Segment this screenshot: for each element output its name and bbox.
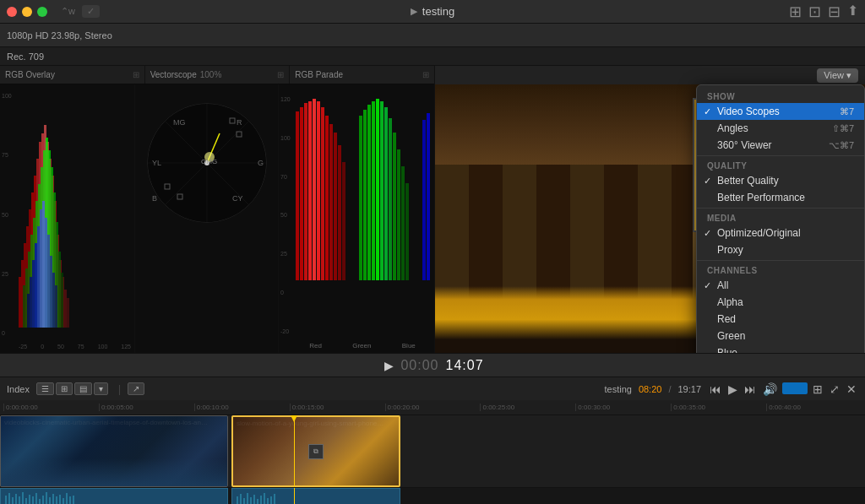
video-track: videoblocks-cinematic-urban-aerial-timel… — [0, 415, 865, 487]
svg-rect-0 — [19, 277, 21, 328]
svg-rect-43 — [45, 218, 47, 328]
preview-header: View ▾ — [435, 66, 865, 84]
timeline-area: videoblocks-cinematic-urban-aerial-timel… — [0, 415, 865, 504]
viewer-360-item[interactable]: 360° Viewer ⌥⌘7 — [697, 137, 864, 154]
blue-item[interactable]: Blue — [697, 344, 864, 353]
view-dropdown-menu: SHOW ✓ Video Scopes ⌘7 Angles ⇧⌘7 360° V… — [696, 84, 865, 353]
grid-icon[interactable]: ⊞ — [789, 3, 802, 21]
proxy-item[interactable]: Proxy — [697, 241, 864, 258]
timeline-nav: ⏮ ▶ ⏭ 🔊 ⊞ ⤢ ✕ — [708, 382, 858, 396]
play-button[interactable]: ▶ — [381, 357, 397, 374]
list-view-button[interactable]: ☰ — [36, 382, 54, 395]
svg-rect-47 — [55, 285, 57, 328]
svg-text:CY: CY — [232, 194, 243, 203]
timeline-close-button[interactable]: ✕ — [845, 382, 858, 396]
vectorscope-percent: 100% — [200, 70, 222, 79]
proxy-label: Proxy — [717, 244, 743, 256]
playback-toolbar: ▶ 00:00 14:07 — [0, 353, 865, 377]
layout-icon[interactable]: ⊟ — [828, 3, 841, 21]
audio-clip-1[interactable] — [0, 488, 228, 504]
ruler-mark-0: 0:00:00:00 — [3, 404, 99, 411]
svg-rect-81 — [338, 145, 341, 280]
svg-rect-132 — [250, 497, 252, 504]
green-item[interactable]: Green — [697, 328, 864, 344]
channels-all-item[interactable]: ✓ All — [697, 277, 864, 294]
svg-rect-44 — [47, 235, 50, 328]
clip-girl[interactable]: slow-motion-of-a-young-girl-using-smart-… — [231, 415, 400, 487]
channels-all-label: All — [717, 279, 728, 291]
quality-section-label: QUALITY — [697, 158, 864, 172]
share-icon[interactable]: ⬆ — [847, 3, 858, 21]
video-scopes-shortcut: ⌘7 — [840, 106, 854, 117]
parade-green-label: Green — [352, 342, 371, 350]
svg-rect-73 — [304, 103, 307, 280]
optimized-check: ✓ — [704, 228, 711, 239]
monitor-icon[interactable]: ⊡ — [808, 3, 821, 21]
histogram-panel: 100 75 50 25 0 — [0, 84, 135, 353]
divider-2 — [697, 208, 864, 209]
alpha-item[interactable]: Alpha — [697, 294, 864, 311]
timeline-snap-button[interactable]: ⊞ — [811, 382, 824, 396]
audio-track — [0, 487, 865, 504]
angles-item[interactable]: Angles ⇧⌘7 — [697, 120, 864, 137]
maximize-button[interactable] — [37, 7, 47, 17]
svg-rect-111 — [19, 496, 20, 504]
svg-text:B: B — [152, 194, 157, 203]
svg-rect-129 — [240, 494, 242, 504]
rgb-parade-panel: 120 100 70 50 25 0 -20 — [279, 84, 434, 353]
filmstrip-view-button[interactable]: ▤ — [74, 382, 92, 395]
svg-rect-36 — [27, 294, 30, 328]
svg-rect-108 — [8, 493, 10, 504]
better-performance-label: Better Performance — [717, 192, 805, 203]
optimized-item[interactable]: ✓ Optimized/Original — [697, 225, 864, 241]
media-section-label: MEDIA — [697, 210, 864, 225]
grid-view-button[interactable]: ⊞ — [56, 382, 73, 395]
histogram-yaxis: 100 75 50 25 0 — [0, 93, 20, 336]
parade-svg — [294, 95, 431, 338]
red-item[interactable]: Red — [697, 311, 864, 328]
timeline-prev-button[interactable]: ⏮ — [708, 382, 723, 396]
svg-rect-113 — [25, 498, 27, 504]
viewer-360-shortcut: ⌥⌘7 — [829, 140, 854, 151]
rec-label: Rec. 709 — [7, 51, 44, 62]
options-button[interactable]: ▾ — [94, 382, 108, 395]
scope2-icon[interactable]: ⊞ — [277, 70, 284, 79]
better-quality-item[interactable]: ✓ Better Quality — [697, 172, 864, 189]
svg-rect-128 — [237, 496, 238, 504]
better-performance-item[interactable]: Better Performance — [697, 189, 864, 206]
audio-waveform-1 — [1, 489, 229, 504]
scope1-icon[interactable]: ⊞ — [133, 70, 139, 79]
audio-clip-2[interactable] — [231, 488, 400, 504]
format-label: 1080p HD 23.98p, Stereo — [7, 30, 112, 41]
clip-aerial[interactable]: videoblocks-cinematic-urban-aerial-timel… — [0, 415, 228, 487]
audio-waveform-2 — [232, 489, 401, 504]
arrow-tool-button[interactable]: ↗ — [128, 382, 144, 395]
scope3-icon[interactable]: ⊞ — [422, 70, 429, 79]
checkmark-icon: ✓ — [82, 5, 100, 18]
clip-marker-icon: ⧉ — [308, 444, 324, 459]
video-scopes-label: Video Scopes — [717, 106, 780, 117]
svg-text:MG: MG — [173, 118, 186, 127]
minimize-button[interactable] — [22, 7, 32, 17]
svg-rect-37 — [30, 277, 32, 328]
video-scopes-item[interactable]: ✓ Video Scopes ⌘7 — [697, 103, 864, 120]
svg-rect-121 — [52, 494, 54, 504]
view-dropdown-button[interactable]: View ▾ — [817, 68, 858, 83]
svg-rect-34 — [58, 252, 61, 328]
timeline-play-button[interactable]: ▶ — [726, 382, 739, 396]
scopes-area: RGB Overlay ⊞ Vectorscope 100% ⊞ RGB Par… — [0, 66, 435, 353]
channels-all-check: ✓ — [704, 280, 711, 291]
playhead[interactable] — [294, 415, 295, 487]
index-toolbar: Index ☰ ⊞ ▤ ▾ | ↗ testing 08:20 / 19:17 … — [0, 377, 865, 400]
svg-rect-123 — [59, 495, 61, 504]
timeline-next-button[interactable]: ⏭ — [743, 382, 758, 396]
top-toolbar: 1080p HD 23.98p, Stereo — [0, 24, 865, 47]
svg-text:G: G — [258, 159, 264, 167]
timeline-audio-button[interactable]: 🔊 — [761, 382, 779, 396]
svg-rect-20 — [23, 285, 25, 328]
timeline-export-button[interactable]: ⤢ — [828, 382, 841, 396]
close-button[interactable] — [7, 7, 17, 17]
vectorscope-panel: R MG YL G B CY OMG — [135, 84, 279, 353]
ruler-mark-4: 0:00:20:00 — [385, 404, 481, 411]
svg-rect-127 — [73, 496, 74, 504]
